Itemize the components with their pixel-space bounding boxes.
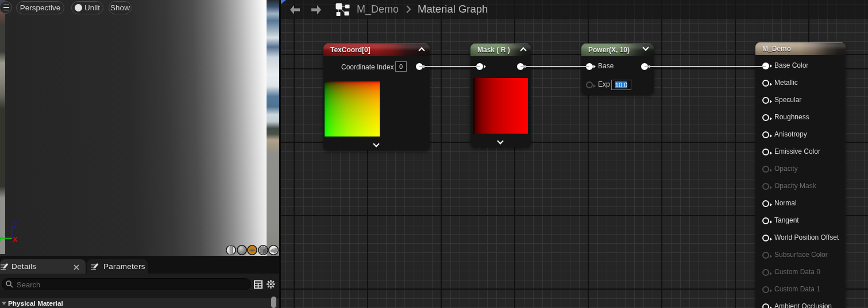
svg-text:Y: Y xyxy=(0,236,2,244)
svg-text:Z: Z xyxy=(13,221,17,229)
svg-text:X: X xyxy=(13,236,18,244)
